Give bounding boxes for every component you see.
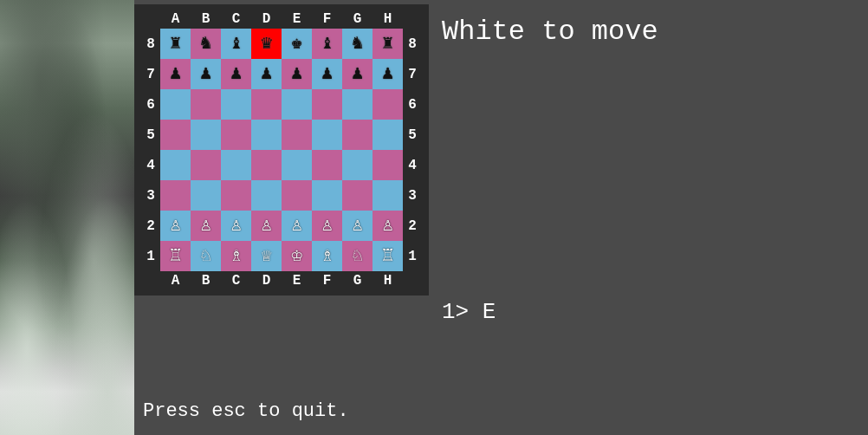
status-text: White to move (442, 11, 658, 48)
board-cell[interactable] (342, 150, 372, 180)
board-cell[interactable] (372, 89, 403, 120)
board-cell[interactable]: ♟ (191, 59, 221, 89)
board-cell[interactable]: ♚ (282, 29, 312, 59)
board-cell[interactable]: ♘ (342, 241, 372, 271)
board-cell[interactable] (191, 180, 221, 211)
chess-piece: ♟ (352, 65, 363, 84)
chess-piece: ♝ (321, 35, 333, 54)
board-cell[interactable] (342, 180, 372, 211)
board-cell[interactable]: ♙ (160, 211, 191, 241)
col-label: G (342, 273, 372, 289)
board-cell[interactable]: ♝ (221, 29, 251, 59)
board-cell[interactable]: ♙ (342, 211, 372, 241)
col-label: F (312, 11, 342, 27)
board-cell[interactable] (372, 120, 403, 150)
board-cell[interactable]: ♔ (282, 241, 312, 271)
board-row: 8♜♞♝♛♚♝♞♜8 (141, 29, 422, 59)
board-cell[interactable] (312, 89, 342, 120)
col-label: H (372, 11, 403, 27)
chess-piece: ♘ (352, 247, 363, 266)
board-cell[interactable]: ♟ (160, 59, 191, 89)
board-cell[interactable] (251, 89, 282, 120)
board-cell[interactable]: ♜ (372, 29, 403, 59)
chess-piece: ♙ (352, 217, 363, 236)
board-cell[interactable] (221, 89, 251, 120)
board-cell[interactable]: ♛ (251, 29, 282, 59)
board-cell[interactable]: ♖ (160, 241, 191, 271)
board-cell[interactable] (251, 150, 282, 180)
quit-instruction: Press esc to quit. (143, 400, 349, 422)
board-cell[interactable] (312, 150, 342, 180)
chess-piece: ♞ (352, 35, 363, 54)
board-cell[interactable]: ♗ (312, 241, 342, 271)
chess-piece: ♟ (200, 65, 211, 84)
board-cell[interactable]: ♙ (221, 211, 251, 241)
board-cell[interactable]: ♟ (312, 59, 342, 89)
board-cell[interactable] (221, 180, 251, 211)
row-label-left: 7 (141, 67, 160, 82)
board-row: 7♟♟♟♟♟♟♟♟7 (141, 59, 422, 89)
board-cell[interactable] (312, 180, 342, 211)
chess-piece: ♜ (382, 35, 393, 54)
board-cell[interactable] (191, 150, 221, 180)
col-label: A (160, 11, 191, 27)
board-cell[interactable] (191, 89, 221, 120)
row-label-right: 4 (403, 158, 422, 173)
board-cell[interactable] (372, 150, 403, 180)
board-cell[interactable] (342, 89, 372, 120)
row-label-left: 6 (141, 97, 160, 113)
row-label-right: 5 (403, 127, 422, 143)
board-cell[interactable]: ♙ (191, 211, 221, 241)
board-cell[interactable] (160, 89, 191, 120)
chess-area: ABCDEFGH 8♜♞♝♛♚♝♞♜87♟♟♟♟♟♟♟♟7665544332♙♙… (134, 0, 868, 332)
board-cell[interactable] (282, 180, 312, 211)
board-cell[interactable]: ♙ (282, 211, 312, 241)
col-labels-top: ABCDEFGH (141, 11, 422, 27)
board-cell[interactable] (282, 89, 312, 120)
chess-piece: ♞ (200, 35, 211, 54)
col-label: B (191, 11, 221, 27)
board-cell[interactable]: ♗ (221, 241, 251, 271)
board-cell[interactable]: ♟ (372, 59, 403, 89)
row-label-left: 8 (141, 36, 160, 52)
chess-piece: ♙ (321, 217, 333, 236)
board-cell[interactable]: ♕ (251, 241, 282, 271)
col-label: D (251, 273, 282, 289)
col-label: G (342, 11, 372, 27)
board-cell[interactable] (372, 180, 403, 211)
board-cell[interactable]: ♟ (342, 59, 372, 89)
board-cell[interactable]: ♟ (251, 59, 282, 89)
board-cell[interactable]: ♞ (191, 29, 221, 59)
board-cell[interactable] (282, 150, 312, 180)
board-cell[interactable]: ♟ (221, 59, 251, 89)
board-cell[interactable] (160, 150, 191, 180)
board-cell[interactable] (221, 150, 251, 180)
row-label-right: 6 (403, 97, 422, 113)
board-cell[interactable]: ♜ (160, 29, 191, 59)
board-cell[interactable]: ♙ (251, 211, 282, 241)
board-cell[interactable]: ♙ (372, 211, 403, 241)
chess-piece: ♚ (291, 35, 302, 54)
board-cell[interactable]: ♙ (312, 211, 342, 241)
board-cell[interactable] (191, 120, 221, 150)
board-cell[interactable] (342, 120, 372, 150)
board-cell[interactable] (282, 120, 312, 150)
board-row: 33 (141, 180, 422, 211)
board-cell[interactable]: ♖ (372, 241, 403, 271)
row-label-left: 5 (141, 127, 160, 143)
board-cell[interactable] (251, 120, 282, 150)
board-cell[interactable] (160, 120, 191, 150)
board-cell[interactable] (251, 180, 282, 211)
row-label-left: 1 (141, 249, 160, 264)
row-label-left: 2 (141, 218, 160, 234)
col-label: A (160, 273, 191, 289)
chess-board: ABCDEFGH 8♜♞♝♛♚♝♞♜87♟♟♟♟♟♟♟♟7665544332♙♙… (134, 4, 429, 295)
board-cell[interactable]: ♘ (191, 241, 221, 271)
board-cell[interactable] (160, 180, 191, 211)
board-cell[interactable]: ♞ (342, 29, 372, 59)
col-label: B (191, 273, 221, 289)
board-cell[interactable] (221, 120, 251, 150)
board-cell[interactable]: ♟ (282, 59, 312, 89)
board-cell[interactable]: ♝ (312, 29, 342, 59)
board-cell[interactable] (312, 120, 342, 150)
